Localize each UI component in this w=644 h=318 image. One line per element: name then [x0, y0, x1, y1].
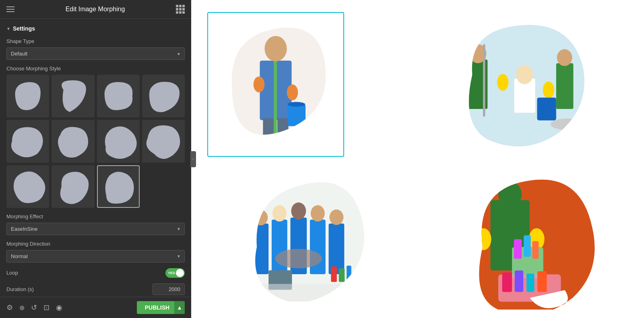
- apps-grid[interactable]: [176, 5, 185, 14]
- svg-point-47: [476, 228, 491, 250]
- svg-rect-56: [526, 274, 534, 292]
- svg-point-20: [551, 119, 585, 130]
- history-icon[interactable]: ↺: [31, 303, 37, 312]
- svg-point-5: [275, 143, 291, 149]
- morphing-direction-select[interactable]: Normal Reverse Alternate: [6, 250, 185, 263]
- svg-point-28: [254, 210, 268, 226]
- image-card-2[interactable]: [424, 12, 628, 149]
- toggle-yes-label: YES: [168, 271, 175, 275]
- morphing-effect-select-wrapper: EaseInSine Linear EaseIn EaseOut EaseInO…: [6, 223, 185, 235]
- layers-icon[interactable]: ⊕: [19, 304, 25, 312]
- morph-shape-3[interactable]: [97, 75, 140, 117]
- svg-point-9: [288, 102, 305, 107]
- sidebar-footer: ⚙ ⊕ ↺ ⊡ ◉ PUBLISH ▲: [0, 297, 191, 318]
- main-content: [191, 0, 644, 318]
- svg-point-10: [254, 76, 265, 92]
- svg-rect-7: [264, 144, 287, 151]
- loop-label: Loop: [6, 270, 18, 276]
- svg-rect-54: [502, 273, 512, 292]
- svg-point-11: [287, 84, 298, 101]
- settings-label: Settings: [13, 25, 35, 32]
- svg-point-4: [260, 143, 277, 149]
- svg-point-37: [275, 249, 322, 268]
- settings-arrow: ▼: [6, 27, 10, 31]
- svg-rect-41: [347, 266, 351, 282]
- sidebar-content: ▼ Settings Shape Type Default Circle Ell…: [0, 19, 191, 297]
- morph-shape-11[interactable]: [97, 165, 140, 208]
- morph-shape-1[interactable]: [6, 75, 49, 117]
- morph-shape-5[interactable]: [6, 120, 49, 162]
- svg-rect-52: [533, 241, 539, 259]
- morphing-style-grid: [6, 75, 185, 208]
- morph-shape-9[interactable]: [6, 165, 49, 208]
- svg-rect-27: [253, 224, 268, 274]
- morph-shape-4[interactable]: [142, 75, 185, 117]
- morph-shape-8[interactable]: [142, 120, 185, 162]
- morph-shape-10[interactable]: [52, 165, 94, 208]
- publish-caret-icon[interactable]: ▲: [174, 301, 185, 314]
- sidebar: Edit Image Morphing ▼ Settings Shape Typ…: [0, 0, 191, 318]
- toggle-knob: [176, 269, 184, 277]
- image-card-1[interactable]: [207, 12, 344, 157]
- settings-section: ▼ Settings: [6, 25, 185, 32]
- svg-point-30: [272, 205, 287, 222]
- svg-point-36: [329, 209, 343, 225]
- morphing-direction-select-wrapper: Normal Reverse Alternate ▼: [6, 250, 185, 263]
- duration-label: Duration (s): [6, 286, 34, 292]
- svg-rect-3: [277, 118, 289, 146]
- svg-point-32: [291, 203, 306, 220]
- duration-row: Duration (s): [6, 283, 185, 295]
- settings-icon[interactable]: ⚙: [6, 303, 13, 312]
- publish-button[interactable]: PUBLISH ▲: [137, 301, 185, 314]
- svg-rect-2: [263, 118, 274, 146]
- hamburger-menu[interactable]: [6, 6, 14, 12]
- morphing-effect-label: Morphing Effect: [6, 213, 185, 220]
- svg-rect-35: [328, 224, 344, 274]
- sidebar-header: Edit Image Morphing: [0, 0, 191, 19]
- duration-input[interactable]: [153, 283, 185, 295]
- svg-point-21: [497, 74, 508, 91]
- svg-rect-42: [245, 284, 374, 302]
- svg-rect-39: [331, 267, 337, 282]
- svg-point-19: [516, 65, 533, 84]
- choose-morphing-style-label: Choose Morphing Style: [6, 66, 185, 72]
- loop-row: Loop YES: [6, 268, 185, 278]
- svg-point-12: [264, 36, 287, 61]
- morph-shape-2[interactable]: [52, 75, 94, 117]
- sidebar-title: Edit Image Morphing: [66, 6, 125, 13]
- svg-point-22: [543, 82, 554, 98]
- image-card-3[interactable]: [207, 169, 412, 302]
- image-card-4[interactable]: [424, 169, 628, 310]
- morphing-direction-label: Morphing Direction: [6, 241, 185, 247]
- publish-label: PUBLISH: [145, 304, 169, 311]
- shape-type-select-wrapper: Default Circle Ellipse Custom ▼: [6, 47, 185, 60]
- svg-point-34: [311, 205, 325, 222]
- svg-rect-40: [339, 268, 345, 282]
- preview-icon[interactable]: ◉: [56, 303, 62, 312]
- svg-rect-8: [288, 104, 305, 126]
- morph-shape-6[interactable]: [52, 120, 94, 162]
- svg-rect-17: [483, 44, 485, 117]
- morph-shape-7[interactable]: [97, 120, 140, 162]
- shape-type-select[interactable]: Default Circle Ellipse Custom: [6, 47, 185, 60]
- device-icon[interactable]: ⊡: [43, 303, 50, 312]
- svg-rect-50: [514, 239, 522, 259]
- shape-type-label: Shape Type: [6, 38, 185, 44]
- svg-point-25: [557, 49, 572, 66]
- svg-rect-24: [556, 63, 574, 109]
- svg-rect-23: [537, 98, 556, 121]
- svg-point-46: [498, 182, 522, 207]
- loop-toggle[interactable]: YES: [165, 268, 185, 278]
- morphing-effect-select[interactable]: EaseInSine Linear EaseIn EaseOut EaseInO…: [6, 223, 185, 235]
- svg-rect-55: [515, 271, 523, 292]
- svg-rect-57: [537, 271, 547, 292]
- svg-rect-51: [524, 235, 531, 256]
- collapse-handle[interactable]: ‹: [190, 151, 196, 167]
